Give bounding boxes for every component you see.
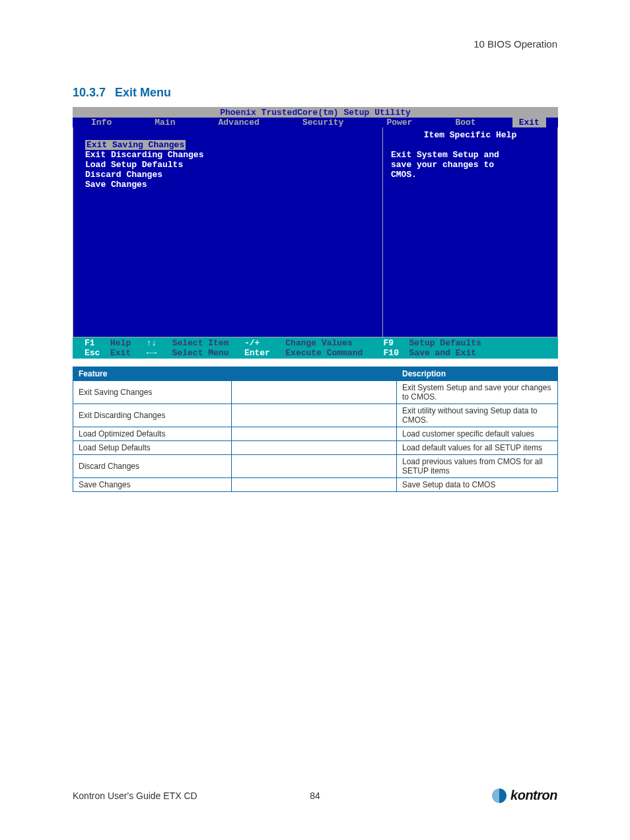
table-header-feature: Feature bbox=[73, 367, 232, 381]
bios-menu-item[interactable]: Save Changes bbox=[85, 180, 370, 190]
key-enter: Enter bbox=[244, 348, 270, 358]
key-desc: Execute Command bbox=[285, 348, 363, 358]
bios-menu-item-selected[interactable]: Exit Saving Changes bbox=[85, 140, 186, 150]
key-updown: ↑↓ bbox=[147, 338, 157, 348]
cell-blank bbox=[232, 478, 397, 492]
bios-tab-bar: Info Main Advanced Security Power Boot E… bbox=[73, 118, 558, 127]
guide-title: Kontron User's Guide ETX CD bbox=[73, 790, 197, 801]
table-row: Save ChangesSave Setup data to CMOS bbox=[73, 478, 558, 492]
cell-feature: Exit Saving Changes bbox=[73, 381, 232, 404]
chapter-header: 10 BIOS Operation bbox=[473, 38, 557, 50]
feature-table: Feature Description Exit Saving ChangesE… bbox=[73, 367, 558, 492]
section-number: 10.3.7 bbox=[73, 86, 106, 99]
key-desc: Save and Exit bbox=[409, 348, 476, 358]
brand-logo: kontron bbox=[492, 788, 557, 803]
key-esc: Esc bbox=[85, 348, 100, 358]
cell-desc: Exit utility without saving Setup data t… bbox=[397, 404, 558, 427]
key-leftright: ←→ bbox=[147, 348, 157, 358]
key-desc: Setup Defaults bbox=[409, 338, 481, 348]
feature-table-body: Exit Saving ChangesExit System Setup and… bbox=[73, 381, 558, 492]
section-heading: 10.3.7Exit Menu bbox=[73, 86, 171, 100]
cell-desc: Load default values for all SETUP items bbox=[397, 441, 558, 455]
key-f10: F10 bbox=[384, 348, 399, 358]
table-row: Discard ChangesLoad previous values from… bbox=[73, 455, 558, 478]
table-header-blank bbox=[232, 367, 397, 381]
cell-desc: Save Setup data to CMOS bbox=[397, 478, 558, 492]
bios-help-line: CMOS. bbox=[391, 170, 549, 180]
cell-blank bbox=[232, 427, 397, 441]
key-desc: Exit bbox=[110, 348, 131, 358]
cell-blank bbox=[232, 404, 397, 427]
swirl-icon bbox=[492, 788, 507, 803]
cell-feature: Load Setup Defaults bbox=[73, 441, 232, 455]
bios-tab-exit[interactable]: Exit bbox=[512, 118, 546, 127]
bios-menu-item[interactable]: Exit Discarding Changes bbox=[85, 150, 370, 160]
bios-help-pane: Item Specific Help Exit System Setup and… bbox=[383, 127, 558, 337]
key-desc: Select Menu bbox=[172, 348, 229, 358]
bios-tab-security[interactable]: Security bbox=[296, 118, 350, 127]
cell-feature: Exit Discarding Changes bbox=[73, 404, 232, 427]
bios-help-line: Exit System Setup and bbox=[391, 150, 549, 160]
key-desc: Help bbox=[110, 338, 131, 348]
bios-help-header: Item Specific Help bbox=[391, 130, 549, 140]
cell-blank bbox=[232, 381, 397, 404]
bios-screenshot: Phoenix TrustedCore(tm) Setup Utility In… bbox=[73, 107, 558, 358]
table-row: Load Optimized DefaultsLoad customer spe… bbox=[73, 427, 558, 441]
cell-feature: Load Optimized Defaults bbox=[73, 427, 232, 441]
table-header-desc: Description bbox=[397, 367, 558, 381]
bios-tab-info[interactable]: Info bbox=[85, 118, 118, 127]
key-plusminus: -/+ bbox=[244, 338, 260, 348]
bios-menu-item[interactable]: Discard Changes bbox=[85, 170, 370, 180]
key-desc: Change Values bbox=[285, 338, 352, 348]
brand-text: kontron bbox=[510, 788, 557, 803]
table-row: Load Setup DefaultsLoad default values f… bbox=[73, 441, 558, 455]
bios-tab-boot[interactable]: Boot bbox=[448, 118, 482, 127]
cell-desc: Load previous values from CMOS for all S… bbox=[397, 455, 558, 478]
table-row: Exit Discarding ChangesExit utility with… bbox=[73, 404, 558, 427]
cell-feature: Save Changes bbox=[73, 478, 232, 492]
bios-tab-advanced[interactable]: Advanced bbox=[212, 118, 266, 127]
key-desc: Select Item bbox=[172, 338, 229, 348]
page-footer: Kontron User's Guide ETX CD 84 kontron bbox=[73, 788, 557, 803]
bios-menu-item[interactable]: Load Setup Defaults bbox=[85, 160, 370, 170]
bios-body: Exit Saving Changes Exit Discarding Chan… bbox=[73, 127, 558, 337]
key-f1: F1 bbox=[85, 338, 95, 348]
cell-blank bbox=[232, 455, 397, 478]
cell-feature: Discard Changes bbox=[73, 455, 232, 478]
bios-menu-pane: Exit Saving Changes Exit Discarding Chan… bbox=[73, 127, 383, 337]
section-title: Exit Menu bbox=[115, 86, 171, 99]
cell-desc: Load customer specific default values bbox=[397, 427, 558, 441]
table-row: Exit Saving ChangesExit System Setup and… bbox=[73, 381, 558, 404]
page-number: 84 bbox=[310, 790, 320, 801]
bios-footer-keys: F1 Help ↑↓ Select Item -/+ Change Values… bbox=[73, 337, 558, 359]
cell-desc: Exit System Setup and save your changes … bbox=[397, 381, 558, 404]
cell-blank bbox=[232, 441, 397, 455]
key-f9: F9 bbox=[384, 338, 394, 348]
bios-title: Phoenix TrustedCore(tm) Setup Utility bbox=[73, 107, 558, 118]
feature-table-head: Feature Description bbox=[73, 367, 558, 381]
bios-help-line: save your changes to bbox=[391, 160, 549, 170]
bios-tab-main[interactable]: Main bbox=[148, 118, 182, 127]
bios-tab-power[interactable]: Power bbox=[380, 118, 419, 127]
